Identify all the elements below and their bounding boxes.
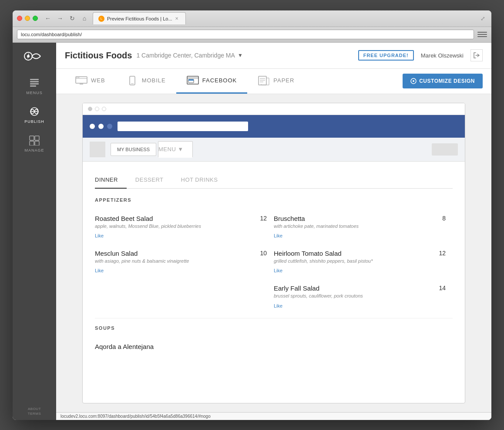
appetizers-section-header: APPETIZERS (95, 197, 453, 203)
paper-icon (258, 76, 270, 85)
svg-point-15 (77, 77, 77, 78)
upgrade-button[interactable]: FREE UPGRADE! (358, 50, 414, 61)
menu-tab-dessert[interactable]: DESSERT (135, 172, 172, 188)
menu-item-desc: grilled cuttlefish, shishito peppers, ba… (274, 258, 446, 264)
svg-rect-11 (30, 141, 34, 146)
fb-search-bar[interactable] (118, 122, 248, 131)
svg-point-16 (78, 77, 79, 78)
list-item: Mesclun Salad 10 with asiago, pine nuts … (95, 244, 274, 279)
list-item: Bruschetta 8 with artichoke pate, marina… (274, 210, 453, 244)
menu-item-like[interactable]: Like (274, 268, 282, 273)
url-text: locu.com/dashboard/publish/ (21, 32, 82, 37)
web-label: WEB (91, 77, 105, 84)
svg-rect-23 (188, 79, 194, 81)
svg-rect-12 (35, 141, 39, 146)
fb-nav-right (432, 143, 458, 156)
back-button[interactable]: ← (43, 14, 53, 23)
menu-item-price: 14 (439, 284, 446, 291)
status-bar: locudev2.locu.com:8097/dashboard/publish… (56, 412, 491, 420)
list-item: Heirloom Tomato Salad 12 grilled cuttlef… (274, 244, 453, 279)
tab-mobile[interactable]: MOBILE (116, 69, 176, 94)
about-link[interactable]: ABOUT (28, 407, 41, 411)
menu-line (477, 32, 487, 33)
manage-label: MANAGE (24, 148, 44, 152)
menu-tab-dinner[interactable]: DINNER (95, 172, 127, 189)
menu-content: DINNER DESSERT HOT DRINKS APPETIZERS (83, 162, 465, 369)
menu-item-like[interactable]: Like (95, 268, 104, 273)
expand-button[interactable]: ⤢ (479, 14, 487, 24)
menu-item-name: Mesclun Salad (95, 250, 138, 257)
mobile-icon (126, 76, 138, 85)
menu-item-desc: with artichoke pate, marinated tomatoes (274, 223, 446, 230)
menu-item-like[interactable]: Like (95, 233, 104, 238)
user-name: Marek Olszewski (421, 52, 464, 59)
facebook-preview: MY BUSINESS MENU ▼ DINNER DESSERT (82, 103, 465, 403)
menu-item-like[interactable]: Like (274, 233, 282, 238)
traffic-light-maximize[interactable] (33, 16, 38, 21)
sidebar-logo: l (24, 50, 45, 63)
fb-header (83, 115, 465, 138)
tab-paper[interactable]: PAPER (247, 69, 305, 94)
menu-item-name: Heirloom Tomato Salad (274, 250, 342, 257)
business-name: Fictitious Foods (65, 51, 132, 61)
menu-item-price: 12 (439, 250, 446, 257)
paper-label: PAPER (273, 77, 294, 84)
menu-item-desc: apple, walnuts, Mossend Blue, pickled bl… (95, 223, 267, 230)
facebook-label: FACEBOOK (202, 77, 237, 84)
address-bar[interactable]: locu.com/dashboard/publish/ (17, 30, 474, 39)
customize-design-button[interactable]: CUSTOMIZE DESIGN (403, 74, 483, 88)
forward-button[interactable]: → (55, 14, 65, 23)
fb-my-business-tab[interactable]: MY BUSINESS (111, 143, 156, 156)
menu-tab-hot-drinks[interactable]: HOT DRINKS (181, 172, 227, 188)
traffic-lights (17, 16, 38, 21)
tab-web[interactable]: WEB (65, 69, 116, 94)
svg-point-2 (27, 55, 30, 58)
tab-close-button[interactable]: ✕ (175, 16, 180, 21)
traffic-light-close[interactable] (17, 16, 22, 21)
status-url: locudev2.locu.com:8097/dashboard/publish… (60, 414, 211, 419)
sidebar-item-menus[interactable]: MENUS (13, 71, 56, 100)
publish-label: PUBLISH (24, 119, 44, 124)
soups-left-col: Aqorda a Alentejana (95, 338, 274, 356)
menu-item-name: Early Fall Salad (274, 284, 319, 292)
fb-nav-dots (90, 124, 112, 129)
address-dropdown-arrow[interactable]: ▼ (238, 52, 243, 58)
menu-item-row: Bruschetta 8 (274, 215, 446, 222)
svg-rect-3 (30, 79, 39, 80)
manage-icon (28, 134, 40, 146)
menu-item-like[interactable]: Like (274, 303, 282, 308)
reload-button[interactable]: ↻ (67, 14, 77, 23)
traffic-light-minimize[interactable] (25, 16, 30, 21)
terms-link[interactable]: TERMS (28, 412, 41, 416)
fb-menu-tab-label: MENU (158, 146, 176, 152)
home-button[interactable]: ⌂ (80, 14, 89, 23)
header-right: FREE UPGRADE! Marek Olszewski (358, 49, 483, 61)
fb-page-logo (90, 142, 105, 157)
sidebar: l MENUS (13, 43, 56, 420)
list-item: Early Fall Salad 14 brussel sprouts, cau… (274, 279, 453, 314)
publish-tabs: WEB MOBILE (56, 69, 491, 94)
menus-label: MENUS (26, 91, 43, 95)
browser-menu-button[interactable] (477, 30, 487, 39)
menu-line (477, 34, 487, 35)
menu-item-price: 12 (260, 215, 267, 222)
menu-item-row: Aqorda a Alentejana (95, 343, 267, 350)
sidebar-item-manage[interactable]: MANAGE (13, 129, 56, 158)
browser-nav: ← → ↻ ⌂ (43, 14, 89, 23)
tab-label: Preview Fictitious Foods | Lo... (107, 16, 172, 21)
svg-rect-10 (35, 136, 39, 140)
logout-button[interactable] (470, 49, 483, 61)
menu-item-name: Roasted Beet Salad (95, 215, 153, 222)
fb-menu-tab[interactable]: MENU ▼ (158, 141, 193, 158)
menu-item-row: Heirloom Tomato Salad 12 (274, 250, 446, 257)
fb-nav-area: MY BUSINESS MENU ▼ (83, 138, 465, 162)
sidebar-item-publish[interactable]: PUBLISH (13, 100, 56, 129)
browser-tab[interactable]: L Preview Fictitious Foods | Lo... ✕ (93, 12, 186, 24)
publish-icon (28, 105, 40, 118)
business-address: 1 Cambridge Center, Cambridge MA (136, 52, 235, 59)
browser-window: ← → ↻ ⌂ L Preview Fictitious Foods | Lo.… (13, 10, 491, 420)
menu-item-row: Mesclun Salad 10 (95, 250, 267, 257)
tab-facebook[interactable]: FACEBOOK (176, 69, 248, 94)
fb-menu-dropdown-icon: ▼ (178, 146, 183, 152)
preview-area: MY BUSINESS MENU ▼ DINNER DESSERT (56, 94, 491, 412)
